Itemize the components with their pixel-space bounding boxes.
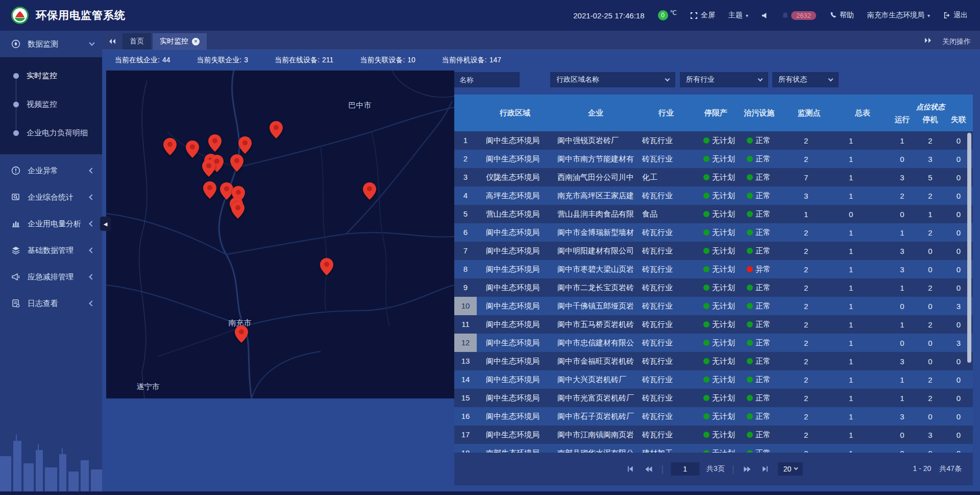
cell-meter-count: 1: [837, 173, 888, 182]
sidebar-item-emergency-reduction[interactable]: 应急减排管理: [0, 264, 102, 290]
first-page-button[interactable]: [624, 463, 635, 475]
close-icon[interactable]: ✕: [192, 38, 200, 45]
cell-run-count: 3: [888, 265, 916, 274]
tab-realtime-monitor[interactable]: 实时监控 ✕: [153, 33, 207, 50]
cell-run-count: 0: [888, 431, 916, 439]
alarm-counter[interactable]: 2632: [781, 11, 816, 20]
col-monitor: 监测点: [781, 95, 837, 131]
table-row[interactable]: 6 阆中生态环境局 阆中市金博瑞新型墙材 砖瓦行业 无计划 正常 2 1 1 2…: [454, 223, 973, 242]
map-pin[interactable]: [203, 181, 216, 199]
double-chevron-right-icon: [924, 37, 932, 43]
map-pin[interactable]: [230, 154, 243, 172]
cell-facility-status: 正常: [738, 228, 781, 238]
last-page-button[interactable]: [760, 463, 771, 475]
table-row[interactable]: 1 阆中生态环境局 阆中强锐页岩砖厂 砖瓦行业 无计划 正常 2 1 1 2 0: [454, 131, 973, 150]
map-pin[interactable]: [235, 325, 248, 343]
sidebar-item-enterprise-abnormal[interactable]: 企业异常: [0, 157, 102, 184]
sidebar-item-power-usage-analysis[interactable]: 企业用电量分析: [0, 210, 102, 237]
fullscreen-button[interactable]: 全屏: [690, 11, 715, 20]
table-row[interactable]: 17 阆中生态环境局 阆中市江南镇阆南页岩 砖瓦行业 无计划 正常 2 1 0 …: [454, 426, 973, 444]
cell-region: 南部生态环境局: [477, 449, 553, 453]
page-title: 环保用电监管系统: [36, 8, 126, 22]
table-row[interactable]: 15 阆中生态环境局 阆中市光富页岩机砖厂 砖瓦行业 无计划 正常 2 1 1 …: [454, 389, 973, 407]
map-pin[interactable]: [202, 159, 215, 177]
speaker-icon: [762, 12, 768, 19]
close-operations-button[interactable]: 关闭操作: [942, 37, 971, 46]
cell-stop-status: 无计划: [694, 283, 738, 293]
next-page-button[interactable]: [742, 463, 753, 475]
cell-monitor-count: 2: [781, 320, 837, 329]
logout-button[interactable]: 退出: [943, 11, 968, 20]
mute-button[interactable]: [762, 12, 768, 19]
cell-industry: 砖瓦行业: [638, 320, 694, 329]
cell-monitor-count: 2: [781, 431, 837, 439]
map-pin[interactable]: [270, 121, 283, 138]
row-index: 4: [454, 186, 477, 205]
prev-page-button[interactable]: [643, 463, 654, 475]
map-collapse-handle[interactable]: ◀: [100, 217, 111, 231]
sidebar-item-power-load-detail[interactable]: 企业电力负荷明细: [0, 119, 102, 147]
sidebar-item-video-monitor[interactable]: 视频监控: [0, 90, 102, 119]
status-dot-icon: [703, 358, 709, 364]
cell-monitor-count: 2: [781, 357, 837, 366]
cell-meter-count: 1: [837, 431, 888, 439]
stat-value: 147: [489, 56, 501, 64]
table-row[interactable]: 16 阆中生态环境局 阆中市石子页岩机砖厂 砖瓦行业 无计划 正常 2 1 3 …: [454, 407, 973, 426]
sidebar-item-log-view[interactable]: 日志查看: [0, 290, 102, 317]
page-size-select[interactable]: 20: [778, 462, 803, 476]
table-row[interactable]: 2 阆中生态环境局 阆中市南方节能建材有 砖瓦行业 无计划 正常 2 1 0 3…: [454, 150, 973, 168]
theme-dropdown[interactable]: 主题 ▾: [728, 11, 748, 20]
status-dot-icon: [747, 303, 753, 309]
cell-facility-status: 正常: [738, 283, 781, 293]
row-index: 14: [454, 370, 477, 389]
table-row[interactable]: 12 阆中生态环境局 阆中市忠信建材有限公 砖瓦行业 无计划 正常 2 1 0 …: [454, 334, 973, 352]
name-search-input[interactable]: [454, 72, 520, 87]
cell-lost-count: 0: [944, 375, 973, 384]
org-dropdown[interactable]: 南充市生态环境局 ▾: [867, 11, 930, 20]
col-meter: 总表: [837, 95, 888, 131]
help-button[interactable]: 帮助: [829, 11, 854, 20]
table-row[interactable]: 8 阆中生态环境局 阆中市枣碧大梁山页岩 砖瓦行业 无计划 异常 2 1 3 0…: [454, 260, 973, 278]
chevron-down-icon: [89, 40, 94, 45]
table-row[interactable]: 11 阆中生态环境局 阆中市五马桥页岩机砖 砖瓦行业 无计划 正常 2 1 1 …: [454, 315, 973, 334]
cell-company: 阆中市金福旺页岩机砖: [553, 357, 638, 366]
row-index: 6: [454, 223, 477, 242]
vertical-scrollbar[interactable]: [967, 133, 971, 363]
table-row[interactable]: 13 阆中生态环境局 阆中市金福旺页岩机砖 砖瓦行业 无计划 正常 2 1 3 …: [454, 352, 973, 370]
cell-stop-status: 无计划: [694, 430, 738, 440]
table-row[interactable]: 18 南部生态环境局 南部县砌华水泥有限公 建材加工 无计划 正常 2 1 0 …: [454, 444, 973, 453]
industry-select[interactable]: 所有行业: [680, 72, 768, 87]
table-row[interactable]: 10 阆中生态环境局 阆中千佛镇五郎垭页岩 砖瓦行业 无计划 正常 2 1 0 …: [454, 297, 973, 315]
sidebar-item-realtime-monitor[interactable]: 实时监控: [0, 61, 102, 90]
col-lost: 失联: [944, 113, 973, 131]
cell-run-count: 0: [888, 339, 916, 347]
page-number-input[interactable]: [671, 462, 699, 476]
table-row[interactable]: 14 阆中生态环境局 阆中大兴页岩机砖厂 砖瓦行业 无计划 正常 2 1 1 2…: [454, 370, 973, 389]
status-select[interactable]: 所有状态: [772, 72, 839, 87]
range-label: 1 - 20: [913, 464, 932, 474]
tabs-scroll-left-button[interactable]: [102, 33, 122, 50]
table-row[interactable]: 3 仪陇生态环境局 西南油气田分公司川中 化工 无计划 正常 7 1 3 5 0: [454, 168, 973, 186]
stats-bar: 当前在线企业:44 当前失联企业:3 当前在线设备:211 当前失联设备:10 …: [102, 50, 980, 70]
table-row[interactable]: 5 营山生态环境局 营山县润丰肉食品有限 食品 无计划 正常 1 0 0 1 0: [454, 205, 973, 223]
map-pin[interactable]: [231, 201, 244, 219]
map-pin[interactable]: [238, 136, 252, 154]
cell-region: 阆中生态环境局: [477, 338, 553, 348]
sidebar-item-enterprise-statistics[interactable]: 企业综合统计: [0, 184, 102, 210]
table-row[interactable]: 9 阆中生态环境局 阆中市二龙长宝页岩砖 砖瓦行业 无计划 正常 2 1 1 2…: [454, 278, 973, 297]
tabs-scroll-right-button[interactable]: [918, 32, 938, 49]
map-pin[interactable]: [363, 182, 376, 200]
map-pin[interactable]: [320, 258, 333, 275]
map-pin[interactable]: [208, 134, 222, 152]
sidebar-item-data-monitor[interactable]: 数据监测: [0, 31, 102, 57]
region-select[interactable]: 行政区域名称: [550, 72, 675, 87]
sidebar-item-base-data-management[interactable]: 基础数据管理: [0, 237, 102, 264]
row-index: 7: [454, 242, 477, 260]
table-row[interactable]: 7 阆中生态环境局 阆中明阳建材有限公司 砖瓦行业 无计划 正常 2 1 3 0…: [454, 242, 973, 260]
map-pin[interactable]: [186, 140, 199, 158]
row-index: 15: [454, 389, 477, 407]
tab-home[interactable]: 首页: [122, 33, 151, 50]
map-pin[interactable]: [163, 138, 177, 155]
table-row[interactable]: 4 高坪生态环境局 南充市高坪区王家店建 砖瓦行业 无计划 正常 3 1 2 2…: [454, 186, 973, 205]
map-panel[interactable]: 巴中市南充市遂宁市: [106, 70, 454, 398]
